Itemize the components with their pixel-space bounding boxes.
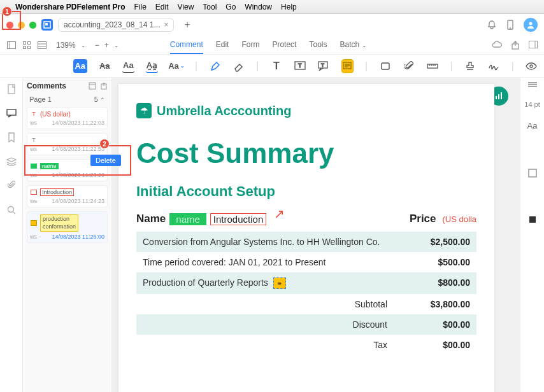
svg-rect-9 xyxy=(24,46,26,48)
annotation-callout-1: 1 xyxy=(2,6,12,17)
lines-icon[interactable] xyxy=(527,81,538,88)
sticky-note-annotation[interactable]: ≡ xyxy=(273,277,286,289)
panel-left-icon[interactable] xyxy=(6,40,17,50)
textbox-tool[interactable]: T xyxy=(294,59,306,73)
eraser-tool[interactable] xyxy=(233,59,245,73)
highlight-comment-icon xyxy=(30,162,38,170)
panel-right-icon[interactable] xyxy=(529,41,538,50)
font-aa-icon[interactable]: Aa xyxy=(527,121,538,130)
menu-view[interactable]: View xyxy=(178,3,194,11)
table-row: Tax$00.00 xyxy=(136,335,476,355)
svg-rect-47 xyxy=(529,216,536,223)
document-tab[interactable]: accounting_2023_08_14 1... × xyxy=(58,18,174,32)
svg-rect-5 xyxy=(8,41,16,48)
comment-item-selected[interactable]: productionconformation ws14/08/2023 11:2… xyxy=(27,211,108,243)
share-icon[interactable] xyxy=(511,41,520,50)
company-logo-icon: ☂ xyxy=(136,103,152,118)
tab-form[interactable]: Form xyxy=(241,36,259,54)
table-row: Time period covered: JAN 01, 2021 to Pre… xyxy=(136,252,476,272)
svg-rect-7 xyxy=(24,41,26,44)
underline-tool[interactable]: Aa xyxy=(122,59,134,73)
chevron-down-icon[interactable]: ⌄ xyxy=(114,42,119,48)
arrow-annotation[interactable]: ↗ xyxy=(274,206,285,221)
tab-title: accounting_2023_08_14 1... xyxy=(64,20,160,29)
measure-tool[interactable] xyxy=(426,59,438,73)
menu-window[interactable]: Window xyxy=(245,3,272,11)
tab-protect[interactable]: Protect xyxy=(272,36,296,54)
tab-comment[interactable]: Comment xyxy=(170,36,203,54)
cost-table: Conversion from Angular Systems Inc. to … xyxy=(136,232,476,355)
text-tool[interactable]: T xyxy=(270,59,282,73)
name-highlight-annotation[interactable]: name xyxy=(169,213,206,225)
phone-icon[interactable] xyxy=(506,20,515,30)
highlight-tool[interactable]: Aa xyxy=(73,59,87,73)
filter-icon[interactable] xyxy=(89,82,96,90)
introduction-box-annotation[interactable]: Introduction xyxy=(210,213,266,225)
bookmarks-icon[interactable] xyxy=(5,131,18,144)
cloud-icon[interactable] xyxy=(492,41,502,50)
menu-edit[interactable]: Edit xyxy=(155,3,169,11)
comment-item[interactable]: T(US dollar) ws14/08/2023 11:22:03 xyxy=(27,107,108,129)
tab-batch[interactable]: Batch ⌄ xyxy=(340,36,366,54)
tab-edit[interactable]: Edit xyxy=(216,36,229,54)
caret-tool[interactable]: Aa⌄ xyxy=(169,59,183,73)
comment-toolbar: Aa Aa Aa A̰a̰ Aa⌄ | | T T T | | | xyxy=(0,55,544,78)
menu-help[interactable]: Help xyxy=(281,3,297,11)
zoom-level[interactable]: 139% xyxy=(56,41,76,50)
callout-tool[interactable]: T xyxy=(318,59,330,73)
comments-panel-icon[interactable] xyxy=(5,107,18,120)
doc-title: Cost Summary xyxy=(136,137,476,169)
attachment-tool[interactable] xyxy=(403,59,415,73)
rectangle-tool[interactable] xyxy=(379,59,391,73)
us-dollar-annotation[interactable]: (US dolla xyxy=(443,214,476,224)
signature-tool[interactable] xyxy=(488,59,500,73)
export-icon[interactable] xyxy=(100,82,108,90)
comments-title: Comments xyxy=(27,81,66,90)
main-toolbar: 139% ⌄ − + ⌄ Comment Edit Form Protect T… xyxy=(0,36,544,55)
menu-tool[interactable]: Tool xyxy=(203,3,217,11)
new-tab-button[interactable]: + xyxy=(179,19,195,31)
chevron-down-icon[interactable]: ⌄ xyxy=(81,42,86,48)
box-comment-icon xyxy=(30,188,38,196)
close-window[interactable] xyxy=(6,22,13,29)
comment-item[interactable]: Introduction ws14/08/2023 11:24:23 xyxy=(27,185,108,207)
hide-annotations-tool[interactable] xyxy=(526,59,538,73)
table-row: Production of Quarterly Reports≡$800.00 xyxy=(136,272,476,294)
comment-item[interactable]: T ws14/08/2023 11:22:53 xyxy=(27,133,108,155)
text-comment-icon: T xyxy=(30,110,38,118)
svg-text:T: T xyxy=(298,62,302,69)
tab-tools[interactable]: Tools xyxy=(309,36,327,54)
zoom-in-button[interactable]: + xyxy=(104,41,109,50)
svg-point-4 xyxy=(529,22,533,25)
thumbnails-icon[interactable] xyxy=(5,83,18,95)
list-icon[interactable] xyxy=(37,40,47,50)
document-viewport[interactable]: ☂ Umbrella Acccounting Cost Summary Init… xyxy=(112,78,520,392)
close-tab-icon[interactable]: × xyxy=(164,20,168,29)
app-icon xyxy=(41,19,53,31)
grid-icon[interactable] xyxy=(22,40,32,50)
marker-tool[interactable] xyxy=(209,59,221,73)
search-icon[interactable] xyxy=(5,204,18,216)
attachments-icon[interactable] xyxy=(5,179,18,192)
delete-context-menu[interactable]: Delete xyxy=(90,155,121,166)
app-name[interactable]: Wondershare PDFelement Pro xyxy=(15,3,125,11)
table-row: Discount$00.00 xyxy=(136,314,476,335)
squiggly-tool[interactable]: A̰a̰ xyxy=(146,59,158,73)
zoom-out-button[interactable]: − xyxy=(95,41,99,50)
stamp-tool[interactable] xyxy=(464,59,476,73)
svg-rect-11 xyxy=(38,41,47,48)
strikethrough-tool[interactable]: Aa xyxy=(99,59,111,73)
menu-file[interactable]: File xyxy=(134,3,147,11)
svg-rect-46 xyxy=(529,169,536,177)
square-outline-icon[interactable] xyxy=(528,169,537,178)
user-avatar[interactable] xyxy=(524,18,538,32)
zoom-window[interactable] xyxy=(29,22,36,29)
minimize-window[interactable] xyxy=(18,22,25,29)
bell-icon[interactable] xyxy=(487,20,497,30)
menu-go[interactable]: Go xyxy=(225,3,236,11)
square-fill-icon[interactable] xyxy=(529,216,536,223)
sticky-note-tool[interactable] xyxy=(341,59,354,73)
layers-icon[interactable] xyxy=(5,155,18,168)
font-size-label[interactable]: 14 pt xyxy=(524,101,540,108)
table-row: Subtotal$3,800.00 xyxy=(136,294,476,314)
